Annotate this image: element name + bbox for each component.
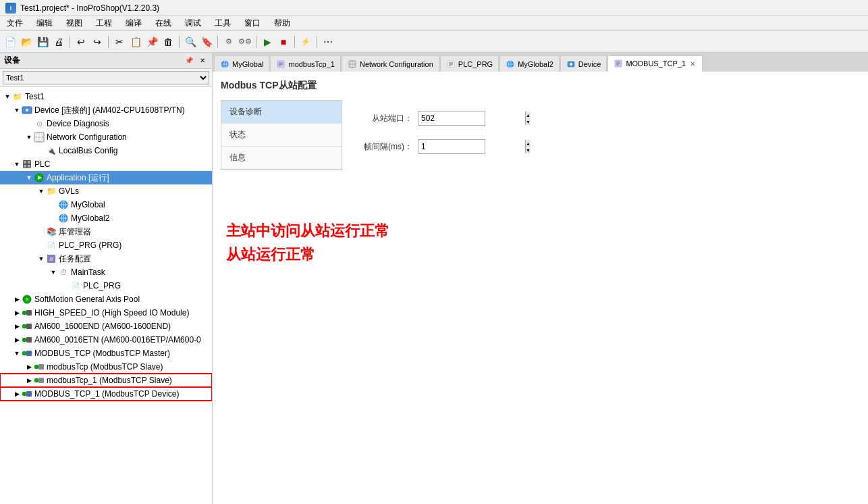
tree-item-modbus-tcp-device[interactable]: ▶ MODBUS_TCP_1 (ModbusTCP Device) bbox=[0, 387, 212, 401]
tab-modbustcp1[interactable]: modbusTcp_1 bbox=[270, 55, 341, 72]
menu-info[interactable]: 信息 bbox=[221, 147, 342, 170]
arrow-gvls[interactable]: ▼ bbox=[36, 188, 46, 195]
paste-btn[interactable]: 📌 bbox=[144, 34, 159, 49]
pin-btn[interactable]: 📌 bbox=[182, 56, 196, 65]
menu-file[interactable]: 文件 bbox=[3, 16, 27, 30]
arrow-maintask[interactable]: ▼ bbox=[49, 269, 58, 276]
tree-item-plcprg[interactable]: 📄 PLC_PRG (PRG) bbox=[0, 238, 212, 252]
label-softmotion: SoftMotion General Axis Pool bbox=[34, 295, 140, 304]
icon-network bbox=[34, 132, 45, 143]
menu-debug[interactable]: 调试 bbox=[181, 16, 205, 30]
tab-myglobal[interactable]: MyGlobal bbox=[214, 55, 269, 72]
label-modbus-tcp-device: MODBUS_TCP_1 (ModbusTCP Device) bbox=[34, 389, 180, 399]
tree-item-softmotion[interactable]: ▶ S SoftMotion General Axis Pool bbox=[0, 293, 212, 306]
cut-btn[interactable]: ✂ bbox=[112, 34, 127, 49]
tab-icon-device bbox=[566, 59, 576, 69]
find-btn[interactable]: 🔍 bbox=[183, 34, 198, 49]
build-btn[interactable]: ⚙ bbox=[221, 34, 236, 49]
menu-compile[interactable]: 编译 bbox=[121, 16, 146, 30]
tree-item-myglobal[interactable]: MyGlobal bbox=[0, 198, 212, 211]
tree-item-modbustcp-slave[interactable]: ▶ modbusTcp (ModbusTCP Slave) bbox=[0, 360, 212, 374]
menu-project[interactable]: 工程 bbox=[92, 16, 116, 30]
tree-item-modbustcp-master[interactable]: ▼ MODBUS_TCP (ModbusTCP Master) bbox=[0, 347, 212, 360]
delete-btn[interactable]: 🗑 bbox=[161, 34, 175, 49]
arrow-taskconfig[interactable]: ▼ bbox=[36, 255, 46, 262]
frame-interval-down[interactable]: ▼ bbox=[526, 147, 531, 153]
tab-network[interactable]: Network Configuration bbox=[342, 55, 439, 72]
tree-item-plc[interactable]: ▼ PLC bbox=[0, 157, 212, 171]
open-btn[interactable]: 📂 bbox=[19, 34, 34, 49]
more-btn[interactable]: ⋯ bbox=[321, 34, 335, 49]
svg-rect-8 bbox=[24, 161, 26, 163]
tab-plcprg[interactable]: PLC_PRG bbox=[440, 55, 499, 72]
menu-status[interactable]: 状态 bbox=[221, 124, 342, 147]
tree-item-taskconfig[interactable]: ▼ ⚙ 任务配置 bbox=[0, 252, 212, 266]
icon-device bbox=[22, 105, 32, 116]
svg-point-30 bbox=[22, 338, 26, 342]
tree-item-network[interactable]: ▼ Network Configuration bbox=[0, 130, 212, 144]
close-panel-btn[interactable]: ✕ bbox=[197, 56, 208, 65]
arrow-modbus-tcp-device[interactable]: ▶ bbox=[12, 390, 22, 397]
tree-item-device[interactable]: ▼ Device [连接的] (AM402-CPU1608TP/TN) bbox=[0, 103, 212, 117]
tree-item-plcprg2[interactable]: 📄 PLC_PRG bbox=[0, 279, 212, 293]
menu-tools[interactable]: 工具 bbox=[211, 16, 235, 30]
arrow-am6001600[interactable]: ▶ bbox=[12, 323, 22, 330]
device-selector[interactable]: Test1 bbox=[0, 69, 212, 87]
tree-item-application[interactable]: ▼ Application [运行] bbox=[0, 171, 212, 184]
menu-window[interactable]: 窗口 bbox=[240, 16, 265, 30]
menu-bar: 文件 编辑 视图 工程 编译 在线 调试 工具 窗口 帮助 bbox=[0, 16, 868, 31]
tab-device[interactable]: Device bbox=[560, 55, 607, 72]
tree-item-highspeed[interactable]: ▶ HIGH_SPEED_IO (High Speed IO Module) bbox=[0, 306, 212, 320]
menu-device-diag[interactable]: 设备诊断 bbox=[221, 101, 342, 124]
bookmark-btn[interactable]: 🔖 bbox=[199, 34, 214, 49]
slave-port-input[interactable] bbox=[418, 111, 525, 125]
run-btn[interactable]: ▶ bbox=[260, 34, 275, 49]
new-btn[interactable]: 📄 bbox=[3, 34, 18, 49]
menu-view[interactable]: 视图 bbox=[62, 16, 86, 30]
arrow-plc[interactable]: ▼ bbox=[12, 161, 22, 168]
frame-interval-up[interactable]: ▲ bbox=[526, 140, 531, 147]
arrow-modbustcp-master[interactable]: ▼ bbox=[12, 350, 22, 357]
tree-item-device-diag[interactable]: ⊙ Device Diagnosis bbox=[0, 117, 212, 130]
menu-edit[interactable]: 编辑 bbox=[32, 16, 57, 30]
tree-item-am6001600[interactable]: ▶ AM600_1600END (AM600-1600END) bbox=[0, 320, 212, 333]
tree-item-maintask[interactable]: ▼ ⏱ MainTask bbox=[0, 266, 212, 279]
arrow-test1[interactable]: ▼ bbox=[3, 93, 12, 100]
save-btn[interactable]: 💾 bbox=[35, 34, 50, 49]
slave-port-spinbox[interactable]: ▲ ▼ bbox=[418, 111, 485, 126]
menu-online[interactable]: 在线 bbox=[151, 16, 175, 30]
stop-btn[interactable]: ■ bbox=[276, 34, 291, 49]
menu-help[interactable]: 帮助 bbox=[270, 16, 294, 30]
frame-interval-spinbox[interactable]: ▲ ▼ bbox=[418, 139, 485, 154]
copy-btn[interactable]: 📋 bbox=[128, 34, 143, 49]
arrow-network[interactable]: ▼ bbox=[24, 134, 34, 141]
tree-item-gvls[interactable]: ▼ 📁 GVLs bbox=[0, 184, 212, 198]
arrow-highspeed[interactable]: ▶ bbox=[12, 309, 22, 316]
redo-btn[interactable]: ↪ bbox=[90, 34, 105, 49]
slave-port-down[interactable]: ▼ bbox=[526, 118, 531, 125]
tree-item-library[interactable]: 📚 库管理器 bbox=[0, 225, 212, 238]
tree-item-test1[interactable]: ▼ 📁 Test1 bbox=[0, 90, 212, 103]
undo-btn[interactable]: ↩ bbox=[74, 34, 88, 49]
tab-close-modbus-tcp1[interactable]: ✕ bbox=[688, 60, 697, 68]
tree-item-am6000016[interactable]: ▶ AM600_0016ETN (AM600-0016ETP/AM600-0 bbox=[0, 333, 212, 347]
label-plc: PLC bbox=[34, 159, 50, 169]
print-btn[interactable]: 🖨 bbox=[51, 34, 66, 49]
arrow-modbustcp1-slave[interactable]: ▶ bbox=[24, 377, 34, 384]
arrow-application[interactable]: ▼ bbox=[24, 174, 34, 181]
tab-myglobal2[interactable]: MyGlobal2 bbox=[499, 55, 560, 72]
sep4 bbox=[217, 36, 218, 48]
frame-interval-input[interactable] bbox=[418, 140, 525, 153]
arrow-device[interactable]: ▼ bbox=[12, 107, 22, 114]
arrow-am6000016[interactable]: ▶ bbox=[12, 336, 22, 343]
tree-item-myglobal2[interactable]: MyGlobal2 bbox=[0, 211, 212, 225]
tree-item-localbus[interactable]: 🔌 LocalBus Config bbox=[0, 144, 212, 157]
buildall-btn[interactable]: ⚙⚙ bbox=[238, 34, 252, 49]
arrow-modbustcp-slave[interactable]: ▶ bbox=[24, 363, 34, 370]
tree-item-modbustcp1-slave[interactable]: ▶ modbusTcp_1 (ModbusTCP Slave) bbox=[0, 374, 212, 387]
tab-modbus-tcp1[interactable]: MODBUS_TCP_1 ✕ bbox=[607, 55, 703, 72]
slave-port-up[interactable]: ▲ bbox=[526, 111, 531, 118]
device-dropdown[interactable]: Test1 bbox=[3, 71, 209, 84]
online-btn[interactable]: ⚡ bbox=[298, 34, 313, 49]
arrow-softmotion[interactable]: ▶ bbox=[12, 296, 22, 303]
